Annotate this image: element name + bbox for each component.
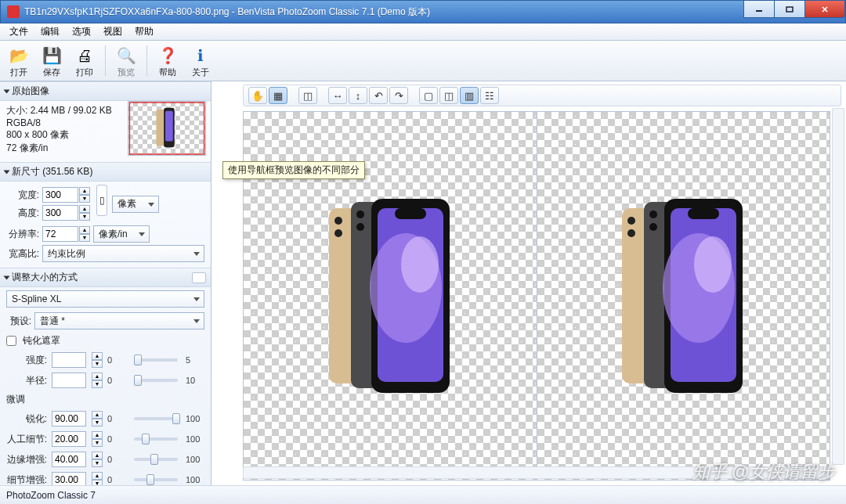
menu-view[interactable]: 视图 <box>97 23 128 41</box>
marquee-tool-button[interactable]: ▦ <box>269 87 287 104</box>
edge-slider[interactable] <box>134 458 178 461</box>
preset-select[interactable]: 普通 * <box>34 312 204 329</box>
section-resize-method[interactable]: 调整大小的方式 <box>0 268 211 287</box>
window-controls <box>744 1 845 23</box>
radius-spin-down[interactable]: ▼ <box>92 380 103 388</box>
open-button[interactable]: 📂 打开 <box>3 42 34 79</box>
menu-file[interactable]: 文件 <box>3 23 34 41</box>
height-spin-down[interactable]: ▼ <box>79 213 90 221</box>
open-label: 打开 <box>10 67 27 78</box>
flip-h-button[interactable]: ↔ <box>328 87 347 104</box>
view-split-h-button[interactable]: ◫ <box>439 87 458 104</box>
view-single-button[interactable]: ▢ <box>419 87 438 104</box>
collapse-icon <box>4 275 10 279</box>
radius-spin-up[interactable]: ▲ <box>92 373 103 380</box>
section-new-size[interactable]: 新尺寸 (351.56 KB) <box>0 162 211 182</box>
strength-slider[interactable] <box>134 358 178 362</box>
res-spin-down[interactable]: ▼ <box>79 234 90 242</box>
about-button[interactable]: ℹ 关于 <box>185 42 216 79</box>
detail-input[interactable] <box>52 431 86 447</box>
height-input[interactable] <box>42 205 78 221</box>
size-unit-select[interactable]: 像素 <box>112 196 159 213</box>
view-split-v-button[interactable]: ▥ <box>460 87 479 104</box>
sharpen-slider[interactable] <box>134 417 178 420</box>
link-aspect-icon[interactable]: ▯ <box>96 185 107 216</box>
sharpen-label: 锐化: <box>6 412 47 426</box>
menu-edit[interactable]: 编辑 <box>34 23 66 41</box>
radius-input[interactable] <box>52 373 86 388</box>
svg-rect-14 <box>395 208 426 219</box>
section-options-button[interactable] <box>192 272 206 283</box>
strength-input[interactable] <box>52 352 86 368</box>
preview-pane-result[interactable] <box>537 111 831 481</box>
vertical-scrollbar[interactable] <box>832 108 844 465</box>
edge-spin-up[interactable]: ▲ <box>92 452 103 459</box>
aspect-select[interactable]: 约束比例 <box>42 245 204 262</box>
hand-tool-button[interactable]: ✋ <box>248 87 267 104</box>
fine-spin-up[interactable]: ▲ <box>92 472 103 480</box>
width-input[interactable] <box>42 187 78 203</box>
fine-input[interactable] <box>52 472 86 485</box>
svg-point-15 <box>334 217 342 225</box>
svg-point-27 <box>627 229 635 237</box>
detail-slider[interactable] <box>134 437 178 441</box>
printer-icon: 🖨 <box>74 45 96 67</box>
save-button[interactable]: 💾 保存 <box>36 42 67 79</box>
rotate-cw-button[interactable]: ↷ <box>389 87 408 104</box>
sharp-spin-up[interactable]: ▲ <box>92 411 103 419</box>
strength-spin-up[interactable]: ▲ <box>92 352 103 360</box>
maximize-button[interactable] <box>774 1 805 18</box>
print-button[interactable]: 🖨 打印 <box>69 42 100 79</box>
tooltip: 使用导航框预览图像的不同部分 <box>222 161 365 179</box>
minimize-button[interactable] <box>743 1 775 18</box>
preview-button[interactable]: 🔍 预览 <box>110 42 142 79</box>
radius-slider[interactable] <box>134 379 178 382</box>
thumbnail-navigator[interactable] <box>128 101 206 156</box>
close-button[interactable] <box>804 1 845 18</box>
fine-slider[interactable] <box>134 478 178 481</box>
menu-help[interactable]: 帮助 <box>128 23 160 41</box>
strength-spin-down[interactable]: ▼ <box>92 360 103 368</box>
collapse-icon <box>4 89 10 93</box>
width-spin-up[interactable]: ▲ <box>79 187 90 195</box>
help-button[interactable]: ❓ 帮助 <box>152 42 183 79</box>
sharpen-input[interactable] <box>52 411 86 427</box>
svg-point-13 <box>401 236 439 293</box>
crop-tool-button[interactable]: ◫ <box>298 87 317 104</box>
fine-label: 细节增强: <box>6 473 47 486</box>
strength-label: 强度: <box>6 354 47 367</box>
view-stacked-button[interactable]: ☷ <box>480 87 499 104</box>
flip-v-button[interactable]: ↕ <box>349 87 367 104</box>
svg-rect-25 <box>688 208 719 219</box>
det-spin-up[interactable]: ▲ <box>92 431 103 439</box>
det-spin-down[interactable]: ▼ <box>92 439 103 447</box>
resolution-input[interactable] <box>42 226 78 242</box>
edge-input[interactable] <box>52 452 86 467</box>
width-spin-down[interactable]: ▼ <box>79 195 90 203</box>
section-original-image[interactable]: 原始图像 <box>0 81 211 101</box>
res-spin-up[interactable]: ▲ <box>79 226 90 234</box>
help-icon: ❓ <box>157 45 179 67</box>
rotate-ccw-button[interactable]: ↶ <box>369 87 388 104</box>
width-label: 宽度: <box>6 189 39 202</box>
folder-open-icon: 📂 <box>8 45 30 67</box>
menu-options[interactable]: 选项 <box>66 23 97 41</box>
about-label: 关于 <box>192 67 209 78</box>
fine-spin-down[interactable]: ▼ <box>92 480 103 485</box>
info-icon: ℹ <box>190 45 212 67</box>
app-icon <box>7 5 20 18</box>
height-spin-up[interactable]: ▲ <box>79 205 90 213</box>
unsharp-label: 钝化遮罩 <box>23 334 60 347</box>
preview-image-left <box>320 194 461 398</box>
window-titlebar: TB1n29VXsfpK1RjSZFOXXa6nFXa-800-800.png … <box>0 0 846 23</box>
section-title: 新尺寸 (351.56 KB) <box>12 165 92 178</box>
resize-method-select[interactable]: S-Spline XL <box>6 290 204 308</box>
resolution-unit-select[interactable]: 像素/in <box>93 225 150 243</box>
svg-point-17 <box>356 211 364 218</box>
unsharp-mask-checkbox[interactable] <box>6 336 16 346</box>
radius-label: 半径: <box>6 374 47 387</box>
edge-spin-down[interactable]: ▼ <box>92 459 103 467</box>
edge-label: 边缘增强: <box>6 453 47 466</box>
sharp-spin-down[interactable]: ▼ <box>92 419 103 427</box>
section-title: 原始图像 <box>12 85 49 98</box>
